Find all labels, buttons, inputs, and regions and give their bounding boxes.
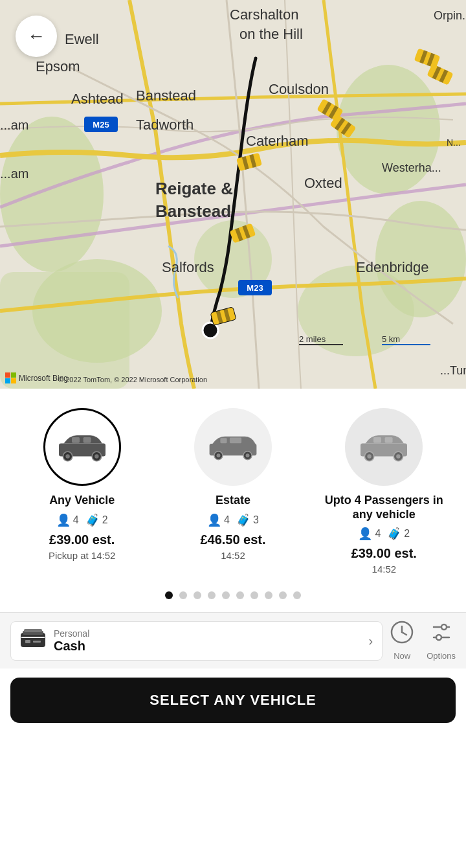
svg-rect-86 <box>24 629 42 632</box>
svg-point-63 <box>94 454 98 458</box>
svg-text:Tadworth: Tadworth <box>136 117 194 133</box>
cash-icon <box>20 628 46 654</box>
vehicle-card-any[interactable]: Any Vehicle 👤 4 🧳 2 £39.00 est. Pickup a… <box>6 402 157 567</box>
vehicles-section: Any Vehicle 👤 4 🧳 2 £39.00 est. Pickup a… <box>0 389 466 612</box>
svg-text:Carshalton: Carshalton <box>230 6 298 23</box>
svg-text:Banstead: Banstead <box>155 201 231 221</box>
svg-point-91 <box>441 624 447 630</box>
back-button[interactable]: ← <box>16 16 57 57</box>
svg-text:Banstead: Banstead <box>136 87 196 104</box>
vehicle-card-estate[interactable]: Estate 👤 4 🧳 3 £46.50 est. 14:52 <box>157 402 308 567</box>
svg-text:Salfords: Salfords <box>162 259 214 275</box>
svg-rect-79 <box>385 437 393 442</box>
map-copyright: © 2022 TomTom, © 2022 Microsoft Corporat… <box>58 376 207 383</box>
svg-point-75 <box>368 454 372 458</box>
svg-point-61 <box>65 454 69 458</box>
vehicle-name-estate: Estate <box>216 494 250 508</box>
svg-rect-78 <box>373 437 381 442</box>
dot-8[interactable] <box>265 591 272 599</box>
dot-9[interactable] <box>279 591 287 599</box>
vehicle-meta-estate: 👤 4 🧳 3 <box>207 513 259 527</box>
vehicle-time-estate: 14:52 <box>221 550 245 561</box>
svg-text:5 km: 5 km <box>382 334 400 344</box>
dot-2[interactable] <box>179 591 187 599</box>
svg-text:...am: ...am <box>0 166 28 181</box>
vehicle-icon-any <box>43 408 121 486</box>
vehicle-time-any: Pickup at 14:52 <box>49 550 115 561</box>
svg-text:Caterham: Caterham <box>246 133 309 149</box>
payment-label: Personal <box>54 628 361 639</box>
vehicle-icon-estate <box>194 408 272 486</box>
vehicle-price-estate: £46.50 est. <box>200 532 265 547</box>
svg-text:Coulsdon: Coulsdon <box>269 81 329 97</box>
options-icon <box>430 621 453 648</box>
back-arrow-icon: ← <box>27 26 45 47</box>
svg-rect-64 <box>72 437 80 442</box>
svg-point-1 <box>0 117 104 272</box>
dot-4[interactable] <box>208 591 216 599</box>
dot-7[interactable] <box>250 591 258 599</box>
vehicles-row: Any Vehicle 👤 4 🧳 2 £39.00 est. Pickup a… <box>0 402 466 581</box>
payment-text: Personal Cash <box>54 628 361 654</box>
svg-rect-6 <box>0 272 129 389</box>
svg-text:Reigate &: Reigate & <box>155 179 233 198</box>
svg-text:M25: M25 <box>93 120 109 130</box>
svg-rect-84 <box>33 641 41 643</box>
dot-1[interactable] <box>165 591 173 599</box>
options-button[interactable]: Options <box>427 621 456 661</box>
svg-rect-80 <box>21 634 45 646</box>
vehicle-card-4pax[interactable]: Upto 4 Passengers in any vehicle 👤 4 🧳 2… <box>309 402 460 581</box>
vehicle-price-4pax: £39.00 est. <box>351 546 417 561</box>
svg-point-70 <box>246 453 250 457</box>
map-container: M25 M23 Ewell Epsom Ashtead Banstead Tad… <box>0 0 466 389</box>
dot-3[interactable] <box>194 591 201 599</box>
select-any-vehicle-button[interactable]: SELECT ANY VEHICLE <box>10 678 456 723</box>
svg-text:N...: N... <box>447 137 461 148</box>
clock-icon <box>390 621 414 648</box>
dot-10[interactable] <box>293 591 301 599</box>
svg-text:on the Hill: on the Hill <box>239 26 303 42</box>
svg-text:Orpin...: Orpin... <box>434 9 466 22</box>
dot-6[interactable] <box>236 591 244 599</box>
svg-text:Westerha...: Westerha... <box>382 161 441 174</box>
svg-rect-72 <box>230 437 241 443</box>
svg-line-89 <box>402 632 406 635</box>
vehicle-name-4pax: Upto 4 Passengers in any vehicle <box>314 494 454 521</box>
vehicle-meta-any: 👤 4 🧳 2 <box>56 513 108 527</box>
payment-section[interactable]: Personal Cash › <box>10 621 383 661</box>
svg-rect-83 <box>25 640 30 643</box>
vehicle-price-any: £39.00 est. <box>49 532 115 547</box>
svg-text:Ashtead: Ashtead <box>71 91 124 107</box>
vehicle-time-4pax: 14:52 <box>372 564 397 575</box>
vehicle-name-any: Any Vehicle <box>49 494 115 508</box>
svg-point-93 <box>436 635 441 640</box>
bottom-bar: Personal Cash › Now <box>0 612 466 668</box>
select-btn-wrap: SELECT ANY VEHICLE <box>0 668 466 736</box>
svg-text:...am: ...am <box>0 118 28 132</box>
svg-text:M23: M23 <box>247 283 263 293</box>
svg-text:Ewell: Ewell <box>65 31 99 47</box>
map-svg: M25 M23 Ewell Epsom Ashtead Banstead Tad… <box>0 0 466 389</box>
chevron-right-icon: › <box>369 634 373 648</box>
svg-point-77 <box>397 454 401 458</box>
svg-point-68 <box>217 453 221 457</box>
now-button[interactable]: Now <box>390 621 414 661</box>
vehicle-icon-4pax <box>345 408 423 486</box>
svg-text:2 miles: 2 miles <box>299 334 326 344</box>
payment-value: Cash <box>54 639 361 654</box>
dot-5[interactable] <box>222 591 230 599</box>
svg-text:...Tun: ...Tun <box>440 364 466 377</box>
now-label: Now <box>394 651 410 661</box>
pagination-dots <box>0 581 466 606</box>
svg-rect-71 <box>220 438 227 443</box>
svg-text:Epsom: Epsom <box>36 58 80 74</box>
vehicle-meta-4pax: 👤 4 🧳 2 <box>358 527 410 541</box>
bottom-actions: Now Options <box>390 621 456 661</box>
svg-rect-65 <box>83 437 91 442</box>
options-label: Options <box>427 651 456 661</box>
svg-text:Oxted: Oxted <box>304 175 342 191</box>
svg-text:Edenbridge: Edenbridge <box>356 259 429 275</box>
